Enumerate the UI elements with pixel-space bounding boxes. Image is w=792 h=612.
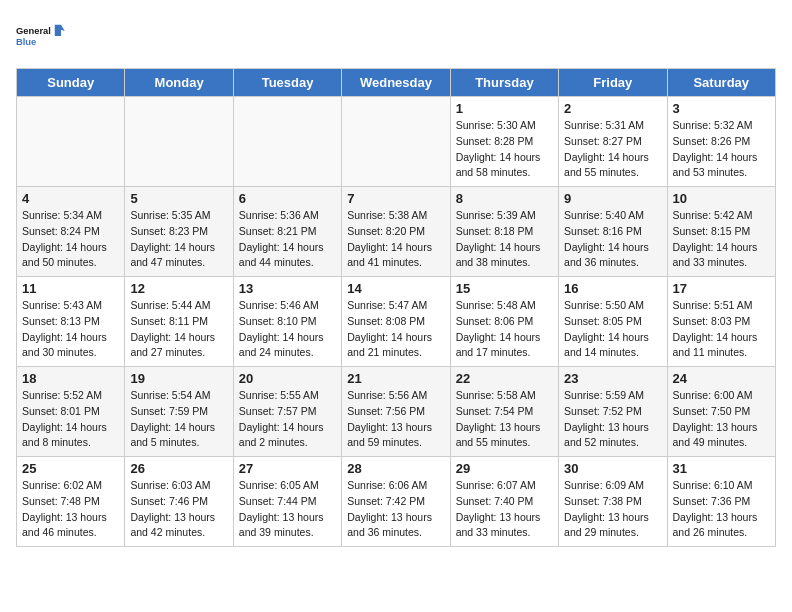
day-info: Sunrise: 6:10 AMSunset: 7:36 PMDaylight:… <box>673 478 770 541</box>
day-number: 13 <box>239 281 336 296</box>
day-number: 21 <box>347 371 444 386</box>
day-number: 6 <box>239 191 336 206</box>
day-info: Sunrise: 5:38 AMSunset: 8:20 PMDaylight:… <box>347 208 444 271</box>
day-cell-4: 4Sunrise: 5:34 AMSunset: 8:24 PMDaylight… <box>17 187 125 277</box>
logo-svg: General Blue <box>16 16 66 56</box>
day-cell-25: 25Sunrise: 6:02 AMSunset: 7:48 PMDayligh… <box>17 457 125 547</box>
day-number: 23 <box>564 371 661 386</box>
day-number: 14 <box>347 281 444 296</box>
day-cell-28: 28Sunrise: 6:06 AMSunset: 7:42 PMDayligh… <box>342 457 450 547</box>
week-row-2: 4Sunrise: 5:34 AMSunset: 8:24 PMDaylight… <box>17 187 776 277</box>
day-info: Sunrise: 5:36 AMSunset: 8:21 PMDaylight:… <box>239 208 336 271</box>
day-cell-24: 24Sunrise: 6:00 AMSunset: 7:50 PMDayligh… <box>667 367 775 457</box>
day-cell-26: 26Sunrise: 6:03 AMSunset: 7:46 PMDayligh… <box>125 457 233 547</box>
day-info: Sunrise: 5:42 AMSunset: 8:15 PMDaylight:… <box>673 208 770 271</box>
day-number: 8 <box>456 191 553 206</box>
day-info: Sunrise: 5:46 AMSunset: 8:10 PMDaylight:… <box>239 298 336 361</box>
day-number: 20 <box>239 371 336 386</box>
week-row-4: 18Sunrise: 5:52 AMSunset: 8:01 PMDayligh… <box>17 367 776 457</box>
day-cell-2: 2Sunrise: 5:31 AMSunset: 8:27 PMDaylight… <box>559 97 667 187</box>
day-number: 2 <box>564 101 661 116</box>
day-number: 9 <box>564 191 661 206</box>
day-number: 16 <box>564 281 661 296</box>
day-info: Sunrise: 6:05 AMSunset: 7:44 PMDaylight:… <box>239 478 336 541</box>
day-info: Sunrise: 6:09 AMSunset: 7:38 PMDaylight:… <box>564 478 661 541</box>
day-info: Sunrise: 6:07 AMSunset: 7:40 PMDaylight:… <box>456 478 553 541</box>
day-info: Sunrise: 6:06 AMSunset: 7:42 PMDaylight:… <box>347 478 444 541</box>
day-cell-22: 22Sunrise: 5:58 AMSunset: 7:54 PMDayligh… <box>450 367 558 457</box>
logo: General Blue <box>16 16 66 56</box>
day-info: Sunrise: 5:51 AMSunset: 8:03 PMDaylight:… <box>673 298 770 361</box>
day-info: Sunrise: 5:47 AMSunset: 8:08 PMDaylight:… <box>347 298 444 361</box>
day-cell-12: 12Sunrise: 5:44 AMSunset: 8:11 PMDayligh… <box>125 277 233 367</box>
day-cell-1: 1Sunrise: 5:30 AMSunset: 8:28 PMDaylight… <box>450 97 558 187</box>
day-cell-16: 16Sunrise: 5:50 AMSunset: 8:05 PMDayligh… <box>559 277 667 367</box>
header-day-sunday: Sunday <box>17 69 125 97</box>
day-number: 3 <box>673 101 770 116</box>
day-info: Sunrise: 5:35 AMSunset: 8:23 PMDaylight:… <box>130 208 227 271</box>
day-number: 25 <box>22 461 119 476</box>
day-cell-3: 3Sunrise: 5:32 AMSunset: 8:26 PMDaylight… <box>667 97 775 187</box>
day-info: Sunrise: 5:52 AMSunset: 8:01 PMDaylight:… <box>22 388 119 451</box>
week-row-3: 11Sunrise: 5:43 AMSunset: 8:13 PMDayligh… <box>17 277 776 367</box>
header-row: SundayMondayTuesdayWednesdayThursdayFrid… <box>17 69 776 97</box>
page-header: General Blue <box>16 16 776 56</box>
week-row-5: 25Sunrise: 6:02 AMSunset: 7:48 PMDayligh… <box>17 457 776 547</box>
week-row-1: 1Sunrise: 5:30 AMSunset: 8:28 PMDaylight… <box>17 97 776 187</box>
day-cell-13: 13Sunrise: 5:46 AMSunset: 8:10 PMDayligh… <box>233 277 341 367</box>
day-number: 12 <box>130 281 227 296</box>
day-number: 18 <box>22 371 119 386</box>
header-day-wednesday: Wednesday <box>342 69 450 97</box>
day-number: 24 <box>673 371 770 386</box>
empty-cell <box>342 97 450 187</box>
day-info: Sunrise: 5:43 AMSunset: 8:13 PMDaylight:… <box>22 298 119 361</box>
day-info: Sunrise: 6:02 AMSunset: 7:48 PMDaylight:… <box>22 478 119 541</box>
day-cell-8: 8Sunrise: 5:39 AMSunset: 8:18 PMDaylight… <box>450 187 558 277</box>
day-number: 5 <box>130 191 227 206</box>
day-number: 27 <box>239 461 336 476</box>
day-info: Sunrise: 5:54 AMSunset: 7:59 PMDaylight:… <box>130 388 227 451</box>
day-cell-14: 14Sunrise: 5:47 AMSunset: 8:08 PMDayligh… <box>342 277 450 367</box>
day-info: Sunrise: 5:44 AMSunset: 8:11 PMDaylight:… <box>130 298 227 361</box>
day-info: Sunrise: 5:56 AMSunset: 7:56 PMDaylight:… <box>347 388 444 451</box>
day-info: Sunrise: 6:00 AMSunset: 7:50 PMDaylight:… <box>673 388 770 451</box>
day-info: Sunrise: 5:32 AMSunset: 8:26 PMDaylight:… <box>673 118 770 181</box>
day-number: 11 <box>22 281 119 296</box>
day-number: 10 <box>673 191 770 206</box>
day-number: 4 <box>22 191 119 206</box>
svg-text:General: General <box>16 26 51 36</box>
day-number: 15 <box>456 281 553 296</box>
day-info: Sunrise: 5:30 AMSunset: 8:28 PMDaylight:… <box>456 118 553 181</box>
day-info: Sunrise: 6:03 AMSunset: 7:46 PMDaylight:… <box>130 478 227 541</box>
day-cell-18: 18Sunrise: 5:52 AMSunset: 8:01 PMDayligh… <box>17 367 125 457</box>
header-day-thursday: Thursday <box>450 69 558 97</box>
day-cell-6: 6Sunrise: 5:36 AMSunset: 8:21 PMDaylight… <box>233 187 341 277</box>
day-cell-30: 30Sunrise: 6:09 AMSunset: 7:38 PMDayligh… <box>559 457 667 547</box>
day-info: Sunrise: 5:59 AMSunset: 7:52 PMDaylight:… <box>564 388 661 451</box>
svg-text:Blue: Blue <box>16 37 36 47</box>
day-cell-31: 31Sunrise: 6:10 AMSunset: 7:36 PMDayligh… <box>667 457 775 547</box>
empty-cell <box>233 97 341 187</box>
day-number: 1 <box>456 101 553 116</box>
day-number: 26 <box>130 461 227 476</box>
day-number: 22 <box>456 371 553 386</box>
day-info: Sunrise: 5:39 AMSunset: 8:18 PMDaylight:… <box>456 208 553 271</box>
day-info: Sunrise: 5:40 AMSunset: 8:16 PMDaylight:… <box>564 208 661 271</box>
header-day-monday: Monday <box>125 69 233 97</box>
day-number: 31 <box>673 461 770 476</box>
day-cell-19: 19Sunrise: 5:54 AMSunset: 7:59 PMDayligh… <box>125 367 233 457</box>
day-cell-10: 10Sunrise: 5:42 AMSunset: 8:15 PMDayligh… <box>667 187 775 277</box>
day-info: Sunrise: 5:34 AMSunset: 8:24 PMDaylight:… <box>22 208 119 271</box>
day-cell-11: 11Sunrise: 5:43 AMSunset: 8:13 PMDayligh… <box>17 277 125 367</box>
day-number: 19 <box>130 371 227 386</box>
day-number: 7 <box>347 191 444 206</box>
day-cell-23: 23Sunrise: 5:59 AMSunset: 7:52 PMDayligh… <box>559 367 667 457</box>
day-cell-20: 20Sunrise: 5:55 AMSunset: 7:57 PMDayligh… <box>233 367 341 457</box>
header-day-friday: Friday <box>559 69 667 97</box>
header-day-tuesday: Tuesday <box>233 69 341 97</box>
day-cell-27: 27Sunrise: 6:05 AMSunset: 7:44 PMDayligh… <box>233 457 341 547</box>
day-cell-29: 29Sunrise: 6:07 AMSunset: 7:40 PMDayligh… <box>450 457 558 547</box>
day-number: 28 <box>347 461 444 476</box>
day-number: 29 <box>456 461 553 476</box>
day-info: Sunrise: 5:55 AMSunset: 7:57 PMDaylight:… <box>239 388 336 451</box>
